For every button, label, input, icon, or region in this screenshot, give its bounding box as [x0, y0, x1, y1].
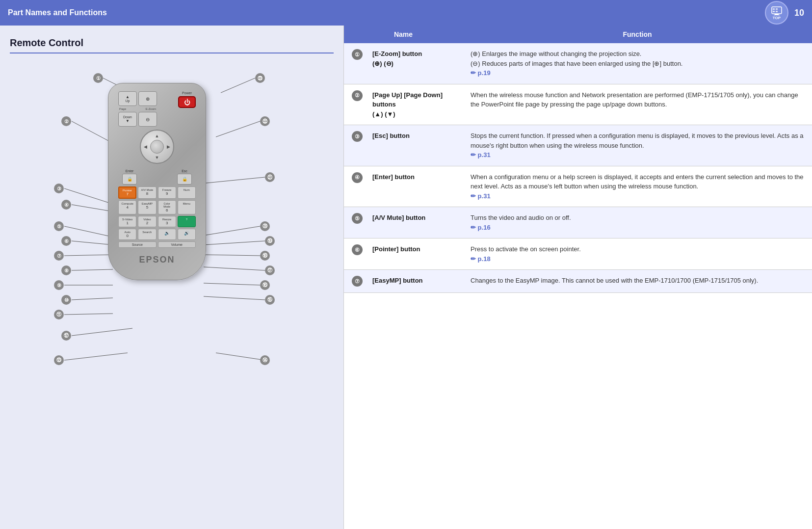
svg-line-10: [72, 205, 113, 212]
row-num-3: ③: [344, 125, 365, 166]
row-func-5: Turns the video and audio on or off. ✏ p…: [463, 207, 812, 238]
svg-rect-5: [773, 11, 775, 12]
table-row: ③ [Esc] button Stops the current functio…: [344, 125, 812, 166]
top-label: TOP: [773, 16, 781, 20]
row-func-6: Press to activate the on screen pointer.…: [463, 238, 812, 270]
joystick[interactable]: ▲ ▼ ◀ ▶: [140, 130, 174, 164]
esc-label: Esc: [182, 169, 187, 173]
vol-down-button[interactable]: 🔈: [158, 229, 176, 240]
page-link-5[interactable]: ✏ p.16: [471, 224, 491, 231]
page-up-button[interactable]: ▲ Up: [118, 91, 137, 106]
row-name-2: [Page Up] [Page Down] buttons(▲) (▼): [365, 84, 463, 125]
svg-line-26: [204, 267, 265, 270]
callout-1: ①: [93, 73, 103, 83]
freeze-button[interactable]: Freeze9: [158, 186, 176, 199]
row-func-3: Stops the current function. If pressed w…: [463, 125, 812, 166]
remote-diagram: ① ② ③ ④ ⑤ ⑥ ⑦ ⑧ ⑨ ⑩ ⑪ ⑫ ⑬ ㉓ ㉒ ㉑ ⑳ ⑲ ⑱ ⑰ …: [10, 63, 324, 387]
row-name-6: [Pointer] button: [365, 238, 463, 270]
remote-body: ▲ Up ⊕ Page E-Zoom Down ▼: [108, 83, 206, 280]
svg-line-18: [72, 328, 132, 336]
svg-line-12: [72, 241, 113, 245]
row-func-4: When a configuration menu or a help scre…: [463, 166, 812, 207]
function-table: Name Function ① [E-Zoom] button(⊕) (⊖) (…: [344, 26, 812, 293]
row-num-5: ⑤: [344, 207, 365, 238]
svg-line-29: [216, 353, 265, 360]
ezoom-plus-button[interactable]: ⊕: [138, 91, 157, 106]
video-button[interactable]: Video2: [138, 216, 156, 227]
vol-up-button[interactable]: 🔊: [178, 229, 196, 240]
page-link-3[interactable]: ✏ p.31: [471, 151, 491, 159]
ezoom-minus-button[interactable]: ⊖: [138, 112, 157, 127]
row-num-6: ⑥: [344, 238, 365, 270]
help-button[interactable]: ?: [178, 216, 196, 227]
row-func-2: When the wireless mouse function and Net…: [463, 84, 812, 125]
svg-line-28: [204, 296, 265, 300]
resize-button[interactable]: Resize3: [158, 216, 176, 227]
row-name-5: [A/V Mute] button: [365, 207, 463, 238]
svg-rect-3: [773, 8, 775, 10]
page-link-4[interactable]: ✏ p.31: [471, 192, 491, 200]
callout-5: ⑤: [54, 221, 64, 231]
callout-6: ⑥: [61, 236, 71, 246]
callout-22: ㉒: [260, 116, 270, 126]
callout-17: ⑰: [265, 265, 275, 275]
pointer-button[interactable]: Pointer7: [118, 186, 136, 199]
source-label: Source: [118, 241, 157, 248]
svg-rect-6: [776, 11, 778, 12]
av-mute-button[interactable]: A/V Mute8: [138, 186, 156, 199]
main-content: Remote Control ① ② ③ ④ ⑤ ⑥ ⑦ ⑧ ⑨ ⑩ ⑪ ⑫ ⑬…: [0, 26, 812, 529]
col-name-header: Name: [344, 26, 463, 43]
row-name-7: [EasyMP] button: [365, 270, 463, 293]
col-function-header: Function: [463, 26, 812, 43]
menu-button[interactable]: Menu: [178, 200, 196, 214]
table-row: ② [Page Up] [Page Down] buttons(▲) (▼) W…: [344, 84, 812, 125]
svg-line-16: [72, 298, 113, 300]
svg-rect-1: [775, 14, 779, 15]
row-name-3: [Esc] button: [365, 125, 463, 166]
row-name-1: [E-Zoom] button(⊕) (⊖): [365, 43, 463, 84]
callout-12: ⑫: [61, 331, 71, 341]
row-func-1: (⊕) Enlarges the image without changing …: [463, 43, 812, 84]
easymp-button[interactable]: EasyMP5: [138, 200, 156, 214]
table-row: ⑥ [Pointer] button Press to activate the…: [344, 238, 812, 270]
page-link-6[interactable]: ✏ p.18: [471, 255, 491, 263]
section-divider: [10, 53, 334, 53]
enter-button[interactable]: 🔒: [122, 174, 137, 185]
page-label: Page: [119, 107, 126, 110]
compute-button[interactable]: Compute4: [118, 200, 136, 214]
svg-rect-0: [772, 7, 782, 14]
callout-3: ③: [54, 184, 64, 193]
callout-20: ⑳: [260, 221, 270, 231]
callout-15: ⑮: [265, 295, 275, 305]
callout-14: ⑭: [260, 355, 270, 365]
callout-21: ㉑: [265, 172, 275, 182]
color-mode-button[interactable]: ColorMode6: [158, 200, 176, 214]
callout-18: ⑱: [260, 251, 270, 261]
svg-rect-2: [774, 15, 780, 15]
callout-19: ⑲: [265, 236, 275, 246]
svg-line-20: [221, 78, 255, 93]
row-name-4: [Enter] button: [365, 166, 463, 207]
esc-button[interactable]: 🔒: [177, 174, 192, 185]
svg-line-27: [204, 283, 260, 285]
callout-10: ⑩: [61, 295, 71, 305]
page-number: 10: [794, 8, 804, 18]
callout-23: ㉓: [255, 73, 265, 83]
power-button[interactable]: ⏻: [178, 96, 196, 108]
callout-11: ⑪: [54, 310, 64, 319]
svg-line-14: [72, 269, 113, 270]
num-button[interactable]: Num: [178, 186, 196, 199]
svg-line-22: [201, 177, 265, 184]
enter-label: Enter: [126, 169, 134, 173]
callout-2: ②: [61, 116, 71, 126]
search-button[interactable]: Search: [138, 229, 156, 240]
page-down-button[interactable]: Down ▼: [118, 112, 137, 127]
callout-7: ⑦: [54, 251, 64, 261]
page-link-1[interactable]: ✏ p.19: [471, 69, 491, 77]
callout-9: ⑨: [54, 280, 64, 290]
auto-button[interactable]: Auto0: [118, 229, 136, 240]
ezoom-label: E-Zoom: [146, 107, 156, 110]
s-video-button[interactable]: S-Video1: [118, 216, 136, 227]
header-title: Part Names and Functions: [8, 8, 107, 17]
power-label: Power: [182, 91, 192, 95]
